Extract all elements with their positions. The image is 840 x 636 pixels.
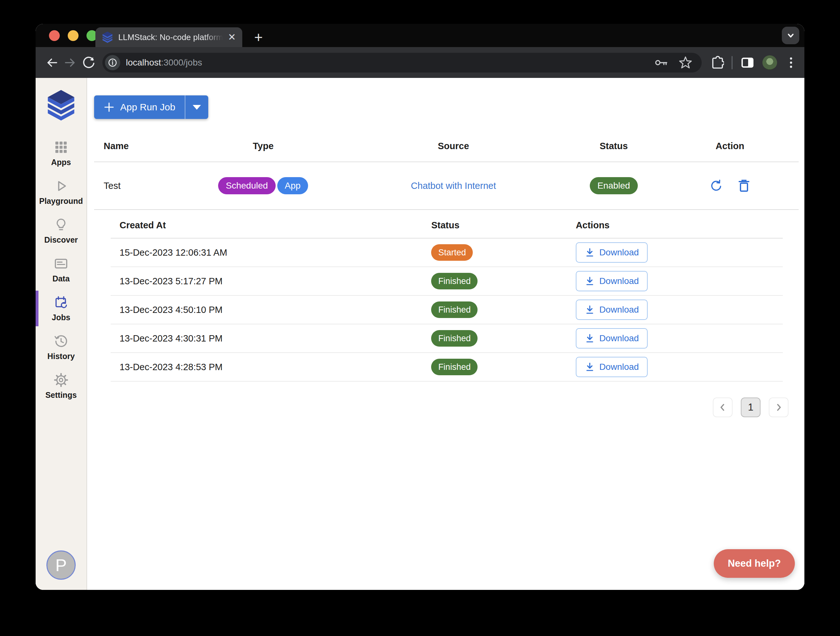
job-status-badge: Enabled [590,177,638,194]
reload-icon [82,55,96,70]
download-button-label: Download [599,276,639,286]
header-run-actions: Actions [576,220,783,231]
tab-close-icon[interactable]: ✕ [228,32,236,42]
play-icon [54,179,68,193]
url-bar[interactable]: localhost:3000/jobs [103,53,702,73]
main-panel: App Run Job Name Type Source Status Acti… [87,78,804,590]
app-run-job-split-button[interactable]: App Run Job [94,95,208,119]
browser-toolbar: localhost:3000/jobs [36,47,804,78]
run-row: 15-Dec-2023 12:06:31 AM Started Download [111,239,783,267]
header-action: Action [661,141,799,151]
close-window-button[interactable] [49,30,60,41]
sidebar-item-discover[interactable]: Discover [36,212,87,250]
need-help-button[interactable]: Need help? [714,549,795,578]
sidebar-nav: Apps Playground Discover [36,134,87,405]
run-row: 13-Dec-2023 4:50:10 PM Finished Download [111,296,783,324]
header-run-status: Status [431,220,576,231]
run-created-at: 13-Dec-2023 4:30:31 PM [111,333,431,344]
run-row: 13-Dec-2023 4:28:53 PM Finished Download [111,353,783,381]
site-info-button[interactable] [105,55,120,70]
header-type: Type [186,141,341,151]
run-status-badge: Started [431,244,473,261]
minimize-window-button[interactable] [68,30,79,41]
download-button-label: Download [599,333,639,343]
toolbar-right [709,55,797,70]
run-created-at: 13-Dec-2023 5:17:27 PM [111,276,431,286]
run-status-badge: Finished [431,330,478,346]
header-name: Name [94,141,186,151]
runs-table-header: Created At Status Actions [111,212,783,239]
data-doc-icon [54,256,68,271]
llmstack-logo[interactable] [46,89,76,122]
runs-table-body: 15-Dec-2023 12:06:31 AM Started Download… [111,239,783,381]
sidebar-item-settings[interactable]: Settings [36,367,87,405]
download-button[interactable]: Download [576,328,648,348]
password-key-icon[interactable] [654,55,669,70]
download-icon [585,276,595,286]
browser-tab[interactable]: LLMStack: No-code platform ✕ [95,27,242,47]
apps-grid-icon [54,140,68,155]
history-clock-icon [54,334,68,348]
chevron-down-icon [786,31,796,40]
browser-menu-icon[interactable] [785,55,797,70]
page-1-button[interactable]: 1 [741,397,761,417]
pagination: 1 [94,397,788,417]
new-tab-button[interactable]: + [251,29,267,45]
sidebar-item-label: Data [52,274,69,283]
sidebar-item-label: Playground [39,196,83,206]
user-avatar[interactable]: P [46,551,76,580]
browser-window: LLMStack: No-code platform ✕ + [36,24,804,590]
window-controls [49,30,97,41]
back-arrow-icon [45,55,59,70]
download-button[interactable]: Download [576,271,648,291]
run-row: 13-Dec-2023 4:30:31 PM Finished Download [111,324,783,353]
sidebar-item-data[interactable]: Data [36,250,87,289]
jobs-table-header: Name Type Source Status Action [94,130,799,162]
download-button[interactable]: Download [576,299,648,320]
tab-search-button[interactable] [782,27,799,44]
badge-app: App [277,177,308,194]
download-button[interactable]: Download [576,357,648,377]
download-button-label: Download [599,247,639,258]
job-source-link[interactable]: Chatbot with Internet [411,180,496,191]
bookmark-star-icon[interactable] [678,55,693,70]
sidebar-item-label: History [47,352,75,361]
refresh-job-icon[interactable] [710,179,723,192]
llmstack-favicon [102,31,113,43]
delete-job-icon[interactable] [737,179,750,192]
run-status-badge: Finished [431,273,478,290]
caret-down-icon [193,105,201,110]
app-run-job-label: App Run Job [120,102,175,112]
sidebar-item-apps[interactable]: Apps [36,134,87,172]
sidebar-item-label: Apps [51,158,71,167]
sidebar-item-playground[interactable]: Playground [36,172,87,212]
gear-icon [54,373,68,387]
tab-strip: LLMStack: No-code platform ✕ + [36,24,804,47]
download-icon [585,362,595,372]
url-bar-actions [654,55,693,70]
download-button[interactable]: Download [576,242,648,263]
next-page-button[interactable] [769,397,788,417]
sidebar-item-history[interactable]: History [36,328,87,367]
back-button[interactable] [43,54,61,72]
extensions-puzzle-icon[interactable] [709,55,724,70]
run-created-at: 13-Dec-2023 4:28:53 PM [111,362,431,372]
sidebar: Apps Playground Discover [36,78,87,590]
sidebar-item-label: Jobs [52,313,70,322]
url-host: localhost [126,57,161,67]
download-icon [585,305,595,315]
forward-button[interactable] [61,54,79,72]
url-path: :3000/jobs [161,57,202,67]
app-run-job-dropdown[interactable] [185,95,208,119]
side-panel-icon[interactable] [740,55,755,70]
run-row: 13-Dec-2023 5:17:27 PM Finished Download [111,267,783,296]
browser-profile-avatar[interactable] [763,55,777,70]
info-icon [108,58,117,67]
previous-page-button[interactable] [713,397,733,417]
sidebar-item-jobs[interactable]: Jobs [36,289,87,328]
reload-button[interactable] [79,54,98,72]
job-actions [661,179,799,192]
app-run-job-button[interactable]: App Run Job [94,95,185,119]
chevron-left-icon [718,403,727,411]
run-created-at: 15-Dec-2023 12:06:31 AM [111,247,431,258]
